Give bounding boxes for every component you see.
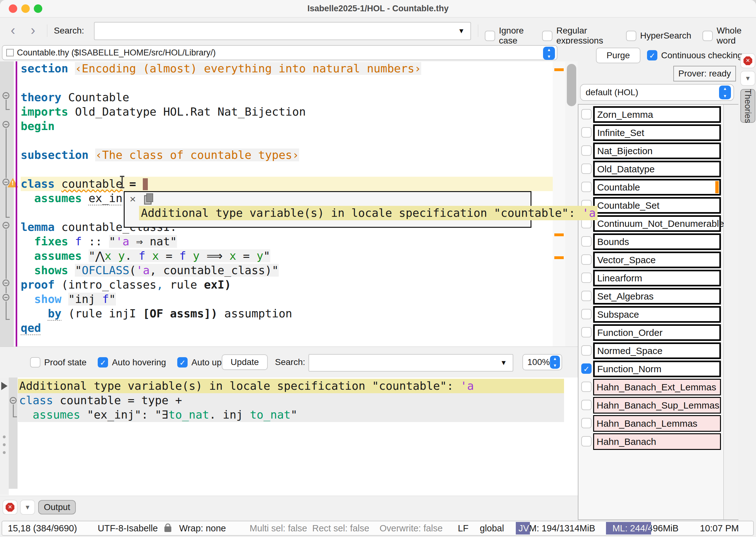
output-zoom-spinner-icon[interactable] — [550, 355, 560, 369]
cancel-button[interactable] — [740, 53, 755, 68]
code-line[interactable]: fixes f :: "'a ⇒ nat" — [21, 234, 553, 249]
warning-mark[interactable] — [554, 256, 564, 259]
splitter-dot[interactable] — [3, 443, 6, 446]
overwrite-status[interactable]: Overwrite: false — [379, 521, 443, 535]
buffer-spinner-icon[interactable] — [543, 47, 555, 60]
code-line[interactable] — [21, 76, 553, 90]
code-line[interactable]: qed — [21, 321, 553, 335]
wrap-mode[interactable]: Wrap: none — [179, 521, 226, 535]
code-line[interactable]: proof (intro_classes, rule exI) — [21, 277, 553, 292]
theory-item[interactable]: Old_Datatype — [593, 161, 721, 177]
code-line[interactable]: show "inj f" — [21, 292, 553, 307]
update-button[interactable]: Update — [222, 354, 268, 370]
theory-checkbox[interactable] — [581, 363, 592, 374]
theory-item[interactable]: Nat_Bijection — [593, 143, 721, 159]
ml-memory-gauge[interactable]: ML: 244/496MiBML: 244/496MiB — [606, 522, 685, 534]
theory-item[interactable]: Hahn_Banach_Ext_Lemmas — [593, 379, 721, 395]
theory-checkbox[interactable] — [581, 327, 592, 337]
theories-dock-tab[interactable]: Theories — [740, 89, 755, 123]
output-line[interactable]: class countable = type + — [18, 393, 564, 408]
theory-item[interactable]: Continuum_Not_Denumerable — [593, 215, 721, 232]
theory-checkbox[interactable] — [581, 236, 592, 247]
fold-marker-icon[interactable] — [3, 294, 9, 301]
panel-menu-button[interactable]: ▼ — [740, 71, 755, 86]
fold-marker-icon[interactable] — [10, 397, 17, 404]
code-line[interactable]: imports Old_Datatype HOL.Rat Nat_Bijecti… — [21, 104, 553, 119]
splitter-dot[interactable] — [3, 451, 6, 454]
history-back-icon[interactable]: ‹ — [11, 18, 15, 44]
encoding[interactable]: UTF-8-Isabelle — [98, 521, 158, 535]
purge-button[interactable]: Purge — [596, 48, 640, 63]
output-search-dropdown-icon[interactable]: ▼ — [500, 359, 507, 367]
output-checkbox[interactable] — [98, 357, 108, 367]
theory-item[interactable]: Linearform — [593, 270, 721, 286]
history-forward-icon[interactable]: › — [31, 18, 35, 44]
continuous-checking-checkbox[interactable] — [647, 50, 657, 61]
search-checkbox[interactable] — [485, 31, 495, 41]
search-input[interactable]: ▼ — [94, 22, 471, 40]
theory-item[interactable]: Zorn_Lemma — [593, 106, 721, 123]
output-search-input[interactable]: ▼ — [308, 354, 513, 372]
fold-marker-icon[interactable] — [3, 92, 9, 99]
theory-checkbox[interactable] — [581, 127, 592, 138]
warning-tooltip[interactable]: × Additional type variable(s) in locale … — [124, 191, 532, 228]
code-line[interactable]: theory Countable — [21, 90, 553, 104]
code-line[interactable]: assumes "⋀x y. f x = f y ⟹ x = y" — [21, 249, 553, 263]
theory-item[interactable]: Vector_Space — [593, 252, 721, 268]
theory-item[interactable]: Hahn_Banach_Lemmas — [593, 415, 721, 432]
theory-checkbox[interactable] — [581, 109, 592, 119]
fold-marker-icon[interactable] — [3, 279, 9, 286]
editor-scrollbar-thumb[interactable] — [567, 64, 576, 106]
tooltip-close-icon[interactable]: × — [130, 193, 136, 205]
multi-select-status[interactable]: Multi sel: false — [250, 521, 307, 535]
search-checkbox[interactable] — [702, 31, 713, 41]
session-spinner-icon[interactable] — [719, 86, 731, 99]
warning-mark[interactable] — [554, 68, 564, 71]
output-checkbox[interactable] — [30, 357, 40, 367]
output-line[interactable]: Additional type variable(s) in locale sp… — [18, 379, 564, 393]
code-line[interactable]: shows "OFCLASS('a, countable_class)" — [21, 263, 553, 277]
theory-item[interactable]: Set_Algebras — [593, 288, 721, 305]
code-line[interactable]: class countable = — [21, 177, 553, 191]
code-line[interactable]: subsection ‹The class of countable types… — [21, 148, 553, 162]
theory-item[interactable]: Function_Order — [593, 324, 721, 341]
buffer-selector[interactable]: Countable.thy ($ISABELLE_HOME/src/HOL/Li… — [2, 45, 557, 60]
output-gutter[interactable] — [9, 378, 18, 489]
theory-checkbox[interactable] — [581, 418, 592, 428]
editor-scrollbar[interactable] — [565, 62, 578, 347]
session-selector[interactable]: default (HOL) — [580, 84, 734, 101]
output-dock-tab[interactable]: Output — [38, 500, 76, 515]
theory-checkbox[interactable] — [581, 309, 592, 319]
theory-checkbox[interactable] — [581, 145, 592, 156]
theory-checkbox[interactable] — [581, 272, 592, 283]
code-line[interactable] — [21, 162, 553, 177]
theory-item[interactable]: Subspace — [593, 306, 721, 323]
editor-gutter[interactable] — [0, 62, 14, 347]
output-checkbox[interactable] — [177, 357, 187, 367]
code-line[interactable]: by (rule injI [OF assms]) assumption — [21, 307, 553, 321]
splitter-dot[interactable] — [3, 435, 6, 438]
line-separator[interactable]: LF — [458, 521, 468, 535]
theories-scrollbar[interactable] — [724, 104, 738, 520]
theory-item[interactable]: Infinite_Set — [593, 124, 721, 141]
warning-mark[interactable] — [554, 233, 564, 236]
copy-icon[interactable] — [144, 195, 152, 205]
theory-item[interactable]: Countable_Set — [593, 197, 721, 214]
theory-checkbox[interactable] — [581, 436, 592, 446]
theory-checkbox[interactable] — [581, 254, 592, 265]
theory-item[interactable]: Countable — [593, 179, 721, 195]
theory-checkbox[interactable] — [581, 291, 592, 301]
fold-marker-icon[interactable] — [3, 222, 9, 229]
scope-indicator[interactable]: global — [480, 521, 504, 535]
theory-item[interactable]: Normed_Space — [593, 343, 721, 359]
theory-checkbox[interactable] — [581, 182, 592, 192]
code-line[interactable]: section ‹Encoding (almost) everything in… — [21, 62, 553, 76]
search-checkbox[interactable] — [626, 31, 636, 41]
dock-menu-button[interactable]: ▼ — [20, 500, 35, 515]
code-line[interactable] — [21, 134, 553, 148]
theory-item[interactable]: Function_Norm — [593, 361, 721, 377]
theory-checkbox[interactable] — [581, 400, 592, 410]
theory-item[interactable]: Hahn_Banach — [593, 433, 721, 450]
theory-checkbox[interactable] — [581, 382, 592, 392]
error-stripe[interactable] — [553, 62, 565, 347]
